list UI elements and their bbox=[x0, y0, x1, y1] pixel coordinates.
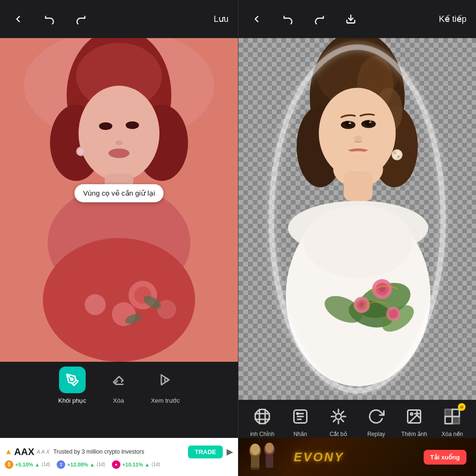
undo-button[interactable] bbox=[41, 10, 58, 28]
left-panel: Lưu bbox=[0, 0, 238, 476]
svg-point-72 bbox=[297, 413, 298, 415]
remove-bg-tool[interactable]: Xóa nền bbox=[438, 405, 466, 437]
evony-ad-content: EVONY Tải xuống bbox=[238, 438, 476, 476]
cutout-tool[interactable]: Cắt bỏ bbox=[324, 405, 353, 437]
svg-point-25 bbox=[165, 378, 168, 382]
download-button[interactable]: Tải xuống bbox=[424, 450, 466, 465]
ad-banner-left: ▲ AAX A A X Trusted by 3 million crypto … bbox=[0, 438, 238, 476]
svg-point-75 bbox=[411, 413, 413, 416]
redo-button[interactable] bbox=[72, 10, 89, 28]
right-undo-button[interactable] bbox=[279, 10, 297, 28]
cutout-label: Cắt bỏ bbox=[330, 431, 347, 437]
crop-icon bbox=[251, 405, 274, 428]
right-tools-row: inh Chỉnh Nhãn bbox=[238, 400, 476, 438]
svg-point-18 bbox=[99, 122, 112, 130]
svg-point-88 bbox=[265, 443, 274, 453]
svg-marker-82 bbox=[460, 405, 464, 408]
evony-ad-banner: EVONY Tải xuống bbox=[238, 438, 476, 476]
crypto-row: ₿ +5.10% ▲ (1d) Ξ +12.08% ▲ (1d) ● +10.1… bbox=[5, 460, 233, 469]
right-panel: Kế tiếp bbox=[238, 0, 476, 476]
svg-point-40 bbox=[354, 136, 362, 141]
label-icon bbox=[289, 405, 312, 428]
svg-point-23 bbox=[115, 140, 123, 145]
left-bottom-toolbar: Khôi phục Xóa bbox=[0, 362, 238, 438]
svg-point-22 bbox=[109, 149, 129, 158]
right-image-area bbox=[238, 38, 476, 400]
right-next-label[interactable]: Kế tiếp bbox=[439, 14, 466, 24]
right-back-button[interactable] bbox=[248, 10, 265, 28]
dot-period: (1d) bbox=[152, 462, 160, 467]
btc-icon: ₿ bbox=[5, 460, 13, 469]
right-bottom-toolbar: inh Chỉnh Nhãn bbox=[238, 400, 476, 476]
btc-item: ₿ +5.10% ▲ (1d) bbox=[5, 460, 50, 469]
erase-tool[interactable]: Xóa bbox=[105, 367, 132, 404]
dot-item: ● +10.11% ▲ (1d) bbox=[112, 460, 160, 469]
label-tool[interactable]: Nhãn bbox=[286, 405, 315, 437]
svg-point-21 bbox=[78, 149, 84, 154]
restore-icon-box bbox=[59, 367, 86, 393]
ad-tagline: Trusted by 3 million crypto investors bbox=[53, 448, 184, 455]
svg-rect-81 bbox=[452, 416, 459, 424]
remove-bg-icon bbox=[441, 405, 464, 428]
ad-arrow: ▶ bbox=[227, 446, 233, 457]
crown-badge bbox=[458, 403, 466, 411]
eth-icon: Ξ bbox=[57, 460, 65, 469]
restore-label: Khôi phục bbox=[58, 397, 86, 404]
replay-icon bbox=[365, 405, 387, 428]
replay-label: Replay bbox=[367, 431, 385, 437]
btc-price: +5.10% ▲ bbox=[15, 462, 40, 467]
right-woman-svg bbox=[238, 38, 476, 400]
replay-tool[interactable]: Replay bbox=[362, 405, 390, 437]
erase-icon-box bbox=[105, 367, 132, 393]
crop-label: inh Chỉnh bbox=[250, 431, 274, 437]
back-button[interactable] bbox=[10, 10, 27, 28]
right-image-background bbox=[238, 38, 476, 400]
svg-rect-89 bbox=[243, 467, 281, 475]
dot-price: +10.11% ▲ bbox=[122, 462, 150, 467]
svg-point-24 bbox=[70, 378, 73, 381]
preview-icon-box bbox=[152, 367, 178, 393]
tooltip-bubble: Vùng cọ vẽ cần giữ lại bbox=[74, 184, 163, 202]
svg-point-61 bbox=[397, 155, 400, 158]
svg-rect-42 bbox=[344, 171, 373, 201]
eth-item: Ξ +12.08% ▲ (1d) bbox=[57, 460, 105, 469]
left-toolbar: Lưu bbox=[0, 0, 238, 38]
erase-label: Xóa bbox=[113, 397, 124, 404]
svg-point-45 bbox=[304, 206, 412, 278]
cutout-icon bbox=[327, 405, 350, 428]
svg-point-57 bbox=[389, 309, 398, 318]
left-tools-row: Khôi phục Xóa bbox=[0, 367, 238, 404]
restore-tool[interactable]: Khôi phục bbox=[58, 367, 86, 404]
btc-period: (1d) bbox=[42, 462, 50, 467]
crop-tool[interactable]: inh Chỉnh bbox=[248, 405, 277, 437]
add-photo-icon bbox=[403, 405, 426, 428]
preview-label: Xem trước bbox=[151, 397, 180, 404]
svg-point-63 bbox=[255, 409, 269, 424]
left-nav-icons bbox=[10, 10, 89, 28]
download-button[interactable] bbox=[342, 10, 359, 28]
trade-button[interactable]: TRADE bbox=[188, 446, 223, 458]
evony-characters bbox=[243, 439, 281, 475]
ad-logo: ▲ AAX A A X bbox=[5, 446, 50, 457]
svg-point-73 bbox=[336, 414, 341, 419]
remove-bg-label: Xóa nền bbox=[442, 431, 463, 437]
left-save-label[interactable]: Lưu bbox=[214, 14, 228, 24]
add-photo-label: Thêm ảnh bbox=[401, 431, 427, 437]
ad-top-row: ▲ AAX A A X Trusted by 3 million crypto … bbox=[5, 446, 233, 458]
right-redo-button[interactable] bbox=[311, 10, 328, 28]
label-label: Nhãn bbox=[293, 431, 307, 437]
svg-point-10 bbox=[43, 238, 195, 362]
ad-content: ▲ AAX A A X Trusted by 3 million crypto … bbox=[5, 446, 233, 469]
right-nav-icons bbox=[248, 10, 359, 28]
add-photo-tool[interactable]: Thêm ảnh bbox=[400, 405, 428, 437]
svg-rect-79 bbox=[452, 409, 459, 416]
svg-rect-78 bbox=[445, 409, 452, 416]
svg-rect-87 bbox=[266, 455, 273, 468]
woman-right-container bbox=[238, 38, 476, 400]
dot-icon: ● bbox=[112, 460, 120, 469]
preview-tool[interactable]: Xem trước bbox=[151, 367, 180, 404]
eth-price: +12.08% ▲ bbox=[67, 462, 95, 467]
svg-point-19 bbox=[126, 121, 139, 129]
svg-point-7 bbox=[79, 86, 159, 181]
svg-point-15 bbox=[85, 294, 106, 315]
